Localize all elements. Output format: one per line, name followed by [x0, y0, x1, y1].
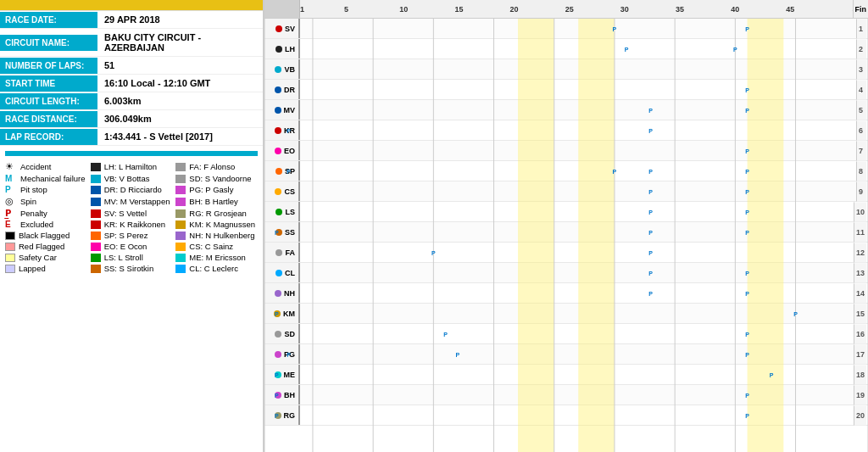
- row-content: [300, 80, 868, 99]
- lap-marker: 45: [786, 5, 794, 14]
- row-driver-label: BH: [264, 385, 300, 405]
- key-item: ME: M Ericsson: [175, 253, 258, 262]
- key-label: Pit stop: [20, 185, 47, 194]
- driver-color-dot: [275, 127, 281, 134]
- info-row: RACE DATE:29 APR 2018: [0, 11, 263, 29]
- chart-row: RG20: [264, 405, 868, 426]
- row-content: [300, 283, 868, 303]
- driver-color-dot: [275, 46, 282, 53]
- key-swatch: [175, 232, 186, 240]
- key-label: CL: C Leclerc: [189, 264, 238, 273]
- row-content: [300, 39, 868, 59]
- key-item: CL: C Leclerc: [175, 264, 258, 273]
- chart-row: CL13: [264, 263, 868, 283]
- row-driver-label: LS: [264, 202, 300, 221]
- driver-abbr: RG: [284, 411, 296, 420]
- info-key: RACE DISTANCE:: [0, 111, 97, 127]
- chart-body: SV1LH2VB3DR4MV5KR6EO7SP8CS9LS10SS11FA12C…: [264, 19, 868, 452]
- key-label: FA: F Alonso: [189, 162, 235, 171]
- info-key: LAP RECORD:: [0, 129, 97, 145]
- driver-color-dot: [275, 229, 282, 236]
- driver-abbr: KM: [283, 310, 295, 318]
- left-panel: RACE DATE:29 APR 2018CIRCUIT NAME:BAKU C…: [0, 0, 263, 452]
- key-swatch: [5, 254, 15, 262]
- key-swatch: [91, 265, 101, 273]
- key-label: ME: M Ericsson: [189, 253, 246, 262]
- row-content: [300, 385, 868, 405]
- final-position-label: 6: [856, 120, 866, 140]
- chart-row: ME18: [264, 365, 868, 385]
- key-item: CS: C Sainz: [175, 242, 258, 251]
- row-content: [300, 405, 868, 425]
- info-val: 1:43.441 - S Vettel [2017]: [97, 128, 220, 145]
- chart-row: EO7: [264, 141, 868, 161]
- key-item: Lapped: [5, 264, 87, 273]
- key-item: PPit stop: [5, 185, 87, 194]
- row-driver-label: SV: [264, 19, 300, 38]
- row-driver-label: FA: [264, 243, 300, 262]
- driver-color-dot: [275, 371, 281, 378]
- key-label: KM: K Magnussen: [189, 220, 255, 229]
- key-item: EO: E Ocon: [91, 242, 173, 251]
- row-content: [300, 100, 868, 120]
- key-label: MV: M Verstappen: [104, 197, 170, 206]
- info-key: START TIME: [0, 75, 97, 92]
- row-content: [300, 19, 868, 38]
- key-item: LH: L Hamilton: [91, 161, 173, 172]
- key-label: Spin: [20, 197, 36, 206]
- final-position-label: 1: [856, 19, 866, 38]
- info-key: CIRCUIT LENGTH:: [0, 93, 97, 109]
- lap-markers: 15101520253035404551: [300, 0, 853, 18]
- row-driver-label: CS: [264, 181, 300, 201]
- key-item: ◎Spin: [5, 196, 87, 207]
- final-position-label: 18: [854, 365, 866, 384]
- key-label: VB: V Bottas: [104, 174, 150, 183]
- driver-color-dot: [275, 148, 281, 154]
- chart-row: LS10: [264, 202, 868, 222]
- row-content: [300, 120, 868, 140]
- key-label: EO: E Ocon: [104, 242, 147, 251]
- key-item: DR: D Ricciardo: [91, 185, 173, 194]
- driver-abbr: BH: [284, 391, 295, 399]
- key-swatch: [5, 232, 15, 240]
- key-icon: P: [5, 185, 17, 194]
- key-swatch: [175, 209, 186, 218]
- key-item: MMechanical failure: [5, 174, 87, 183]
- key-label: DR: D Ricciardo: [104, 185, 162, 194]
- key-label: SV: S Vettel: [104, 209, 147, 218]
- key-swatch: [175, 265, 186, 273]
- row-driver-label: NH: [264, 283, 300, 303]
- row-content: [300, 344, 868, 364]
- key-swatch: [175, 220, 186, 229]
- info-key: CIRCUIT NAME:: [0, 35, 97, 51]
- final-position-label: 16: [854, 324, 866, 343]
- chart-row: VB3: [264, 59, 868, 80]
- row-content: [300, 222, 868, 242]
- driver-color-dot: [274, 310, 281, 317]
- chart-row: KM15: [264, 304, 868, 324]
- final-position-label: 11: [854, 222, 866, 242]
- key-icon: E: [5, 220, 17, 229]
- key-item: RG: R Grosjean: [175, 209, 258, 218]
- driver-abbr: CL: [285, 269, 295, 277]
- key-label: RG: R Grosjean: [189, 209, 247, 218]
- info-row: START TIME16:10 Local - 12:10 GMT: [0, 75, 263, 92]
- info-val: BAKU CITY CIRCUIT - AZERBAIJAN: [97, 29, 263, 56]
- driver-color-dot: [275, 412, 281, 419]
- final-position-label: 19: [854, 385, 866, 405]
- final-position-label: 7: [856, 141, 866, 160]
- final-position-label: 12: [854, 243, 866, 262]
- info-val: 16:10 Local - 12:10 GMT: [97, 75, 217, 92]
- info-val: 29 APR 2018: [97, 11, 167, 28]
- info-row: LAP RECORD:1:43.441 - S Vettel [2017]: [0, 128, 263, 146]
- row-content: [300, 161, 868, 181]
- row-driver-label: SP: [264, 161, 300, 181]
- key-section: ☀AccidentLH: L HamiltonFA: F AlonsoMMech…: [0, 151, 263, 452]
- driver-abbr: LS: [285, 208, 295, 216]
- driver-abbr: SS: [285, 228, 295, 237]
- key-item: SD: S Vandoorne: [175, 174, 258, 183]
- final-position-label: 4: [856, 80, 866, 99]
- lap-marker: 30: [620, 5, 629, 14]
- info-val: 306.049km: [97, 110, 159, 127]
- key-label: SP: S Perez: [104, 231, 148, 240]
